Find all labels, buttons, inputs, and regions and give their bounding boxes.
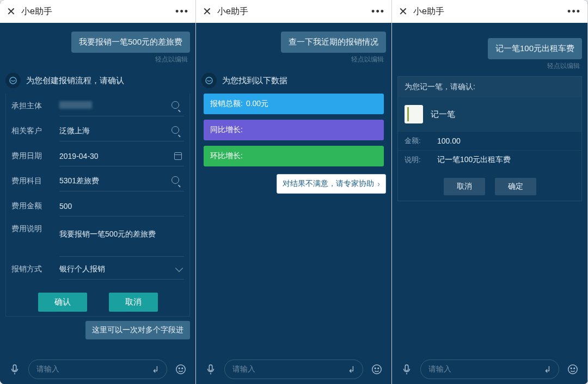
agent-icon[interactable]: [173, 361, 189, 377]
notebook-icon: [405, 105, 423, 123]
message-input[interactable]: 请输入 ↲: [420, 360, 559, 379]
input-footer: 请输入 ↲: [392, 355, 587, 384]
panel-query-stats: ✕ 小e助手 ••• 查一下我近期的报销情况 轻点以编辑 为您找到以下数据 报销…: [196, 0, 392, 384]
note-title: 记一笔: [431, 109, 455, 120]
more-icon[interactable]: •••: [175, 6, 189, 17]
expert-help-label: 对结果不满意，请专家协助: [283, 179, 374, 189]
field-label: 费用科目: [11, 176, 59, 186]
more-icon[interactable]: •••: [567, 6, 581, 17]
expert-help-chip[interactable]: 对结果不满意，请专家协助 ›: [277, 174, 386, 194]
search-icon[interactable]: [171, 101, 182, 110]
field-desc: 费用说明 我要报销一笔500元的差旅费: [6, 219, 189, 257]
app-title: 小e助手: [413, 6, 567, 17]
input-footer: 请输入 ↲: [196, 355, 391, 384]
redacted-value: [59, 101, 92, 109]
app-title: 小e助手: [217, 6, 371, 17]
svg-point-7: [372, 365, 382, 374]
field-value: 记一笔100元出租车费: [437, 155, 511, 165]
bot-message-row: 为您创建报销流程，请确认: [5, 73, 190, 88]
field-category: 费用科目 5301差旅费: [6, 169, 189, 194]
search-icon[interactable]: [171, 176, 182, 185]
edit-hint[interactable]: 轻点以编辑: [547, 61, 580, 71]
stat-yoy[interactable]: 同比增长:: [204, 120, 384, 140]
more-icon[interactable]: •••: [371, 6, 385, 17]
chevron-down-icon[interactable]: [175, 264, 183, 271]
field-value[interactable]: 我要报销一笔500元的差旅费: [59, 224, 184, 257]
send-icon[interactable]: ↲: [152, 364, 159, 375]
field-value[interactable]: [59, 96, 184, 116]
cancel-button[interactable]: 取消: [109, 293, 158, 312]
mic-icon[interactable]: [399, 361, 415, 377]
field-amount[interactable]: 金额: 100.00: [398, 131, 581, 150]
bot-avatar-icon: [5, 73, 21, 88]
message-input[interactable]: 请输入 ↲: [224, 360, 363, 379]
svg-rect-10: [405, 365, 408, 371]
field-amount: 费用金额 500: [6, 194, 189, 219]
header: ✕ 小e助手 •••: [0, 0, 195, 23]
field-value: 100.00: [437, 137, 461, 145]
input-placeholder: 请输入: [36, 364, 59, 374]
user-message[interactable]: 我要报销一笔500元的差旅费: [71, 32, 190, 53]
chat-body: 我要报销一笔500元的差旅费 轻点以编辑 为您创建报销流程，请确认 承担主体 相…: [0, 23, 195, 355]
field-desc[interactable]: 说明: 记一笔100元出租车费: [398, 150, 581, 169]
field-value[interactable]: 500: [59, 196, 184, 216]
message-input[interactable]: 请输入 ↲: [28, 360, 167, 379]
search-icon[interactable]: [171, 126, 182, 135]
confirm-button[interactable]: 确定: [495, 178, 536, 195]
svg-point-2: [176, 365, 186, 374]
svg-point-11: [568, 365, 578, 374]
field-value[interactable]: 泛微上海: [59, 121, 184, 141]
field-subject: 承担主体: [6, 94, 189, 119]
panel-note-entry: ✕ 小e助手 ••• 记一笔100元出租车费 轻点以编辑 为您记一笔，请确认: …: [392, 0, 588, 384]
user-message[interactable]: 查一下我近期的报销情况: [281, 32, 386, 53]
input-footer: 请输入 ↲: [0, 355, 195, 384]
app-title: 小e助手: [21, 6, 175, 17]
field-label: 说明:: [405, 155, 437, 165]
field-label: 相关客户: [11, 126, 59, 136]
field-value[interactable]: 5301差旅费: [59, 171, 184, 191]
chat-body: 记一笔100元出租车费 轻点以编辑 为您记一笔，请确认: 记一笔 金额: 100…: [392, 23, 587, 355]
svg-point-13: [574, 368, 575, 369]
send-icon[interactable]: ↲: [348, 364, 355, 375]
field-label: 费用日期: [11, 151, 59, 161]
close-icon[interactable]: ✕: [7, 5, 16, 18]
bot-message-row: 为您找到以下数据: [201, 73, 386, 88]
user-message[interactable]: 记一笔100元出租车费: [488, 38, 582, 59]
field-value[interactable]: 银行个人报销: [59, 259, 184, 280]
bot-message-text: 为您找到以下数据: [222, 76, 287, 86]
note-actions: 取消 确定: [398, 169, 581, 201]
agent-icon[interactable]: [565, 361, 581, 377]
send-icon[interactable]: ↲: [544, 364, 551, 375]
svg-point-3: [179, 368, 180, 369]
mic-icon[interactable]: [7, 361, 23, 377]
stat-label: 环比增长:: [210, 151, 243, 161]
agent-icon[interactable]: [369, 361, 385, 377]
svg-rect-6: [209, 365, 212, 371]
field-date: 费用日期 2019-04-30: [6, 144, 189, 169]
confirm-button[interactable]: 确认: [38, 293, 87, 312]
cancel-button[interactable]: 取消: [444, 178, 485, 195]
field-label: 金额:: [405, 136, 437, 146]
stat-total[interactable]: 报销总额: 0.00元: [204, 94, 384, 114]
field-label: 报销方式: [11, 264, 59, 274]
close-icon[interactable]: ✕: [399, 5, 408, 18]
header: ✕ 小e助手 •••: [392, 0, 587, 23]
edit-hint[interactable]: 轻点以编辑: [155, 55, 188, 64]
close-icon[interactable]: ✕: [203, 5, 212, 18]
field-label: 费用说明: [11, 224, 59, 234]
bot-avatar-icon: [201, 73, 217, 88]
calendar-icon[interactable]: [174, 152, 182, 160]
input-placeholder: 请输入: [232, 364, 255, 374]
edit-hint[interactable]: 轻点以编辑: [351, 55, 384, 64]
mic-icon[interactable]: [203, 361, 219, 377]
form-actions: 确认 取消: [6, 293, 189, 312]
stat-value: 0.00元: [246, 99, 268, 109]
field-method: 报销方式 银行个人报销: [6, 257, 189, 282]
multi-edit-hint[interactable]: 这里可以一次对多个字段进: [85, 321, 190, 339]
stat-mom[interactable]: 环比增长:: [204, 146, 384, 166]
svg-rect-1: [13, 365, 16, 371]
svg-point-5: [206, 77, 212, 84]
field-customer: 相关客户 泛微上海: [6, 119, 189, 144]
field-value[interactable]: 2019-04-30: [59, 146, 184, 166]
svg-point-8: [375, 368, 376, 369]
